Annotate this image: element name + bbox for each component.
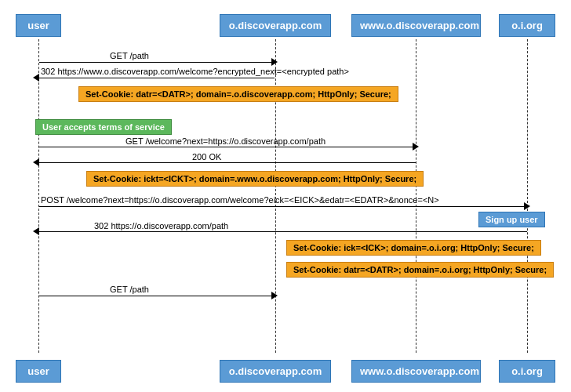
label-msg6: 200 OK xyxy=(192,152,221,162)
actor-o-discover-top: o.discoverapp.com xyxy=(220,14,331,37)
arrowhead-msg1 xyxy=(271,58,278,66)
actor-user-top: user xyxy=(16,14,61,37)
actor-o-discover-bottom: o.discoverapp.com xyxy=(220,360,331,383)
cookie-ickt-www: Set-Cookie: ickt=<ICKT>; domain=.www.o.d… xyxy=(86,171,424,187)
arrowhead-msg6 xyxy=(33,158,39,166)
arrowhead-msg5 xyxy=(413,143,419,151)
actor-user-bottom: user xyxy=(16,360,61,383)
actor-o-i-org-top: o.i.org xyxy=(499,14,555,37)
arrowhead-msg13 xyxy=(271,292,278,299)
label-msg13: GET /path xyxy=(110,285,149,294)
arrowhead-msg8 xyxy=(524,202,530,210)
lifeline-o-i-org xyxy=(527,39,528,353)
label-msg5: GET /welcome?next=https://o.discoverapp.… xyxy=(125,136,326,146)
cookie-ick-o-i-org: Set-Cookie: ick=<ICK>; domain=.o.i.org; … xyxy=(286,240,541,256)
arrow-msg10 xyxy=(39,231,527,232)
cookie-datr-o-i-org: Set-Cookie: datr=<DATR>; domain=.o.i.org… xyxy=(286,262,554,278)
arrow-msg5 xyxy=(39,147,416,147)
arrow-msg8 xyxy=(39,206,527,207)
arrow-msg1 xyxy=(39,62,275,63)
sequence-diagram: user o.discoverapp.com www.o.discoverapp… xyxy=(0,0,571,392)
actor-www-discover-bottom: www.o.discoverapp.com xyxy=(351,360,481,383)
label-msg1: GET /path xyxy=(110,51,149,60)
arrow-msg13 xyxy=(39,296,275,296)
arrow-msg6 xyxy=(39,162,416,163)
arrowhead-msg10 xyxy=(33,227,39,235)
arrow-msg2 xyxy=(39,78,275,78)
label-msg10: 302 https://o.discoverapp.com/path xyxy=(94,221,228,230)
cookie-datr-o-discover: Set-Cookie: datr=<DATR>; domain=.o.disco… xyxy=(78,86,398,102)
sign-up-user: Sign up user xyxy=(478,212,545,227)
arrowhead-msg2 xyxy=(33,74,39,82)
lifeline-user xyxy=(38,39,39,353)
label-msg2: 302 https://www.o.discoverapp.com/welcom… xyxy=(41,67,349,76)
actor-o-i-org-bottom: o.i.org xyxy=(499,360,555,383)
label-msg8: POST /welcome?next=https://o.discoverapp… xyxy=(41,195,439,205)
user-accepts-tos: User accepts terms of service xyxy=(35,119,172,135)
actor-www-discover-top: www.o.discoverapp.com xyxy=(351,14,481,37)
